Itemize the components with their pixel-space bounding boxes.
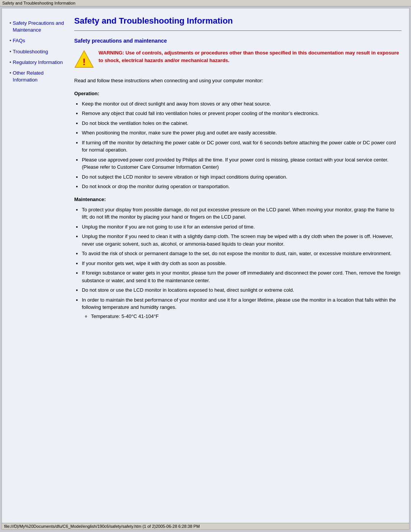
svg-text:!: !	[83, 57, 86, 67]
browser-window: • Safety Precautions and Maintenance • F…	[2, 8, 409, 530]
sidebar-label-troubleshooting: Troubleshooting	[13, 49, 48, 54]
warning-icon: !	[74, 49, 94, 70]
sidebar-item-faqs[interactable]: • FAQs	[10, 37, 67, 46]
content-area: • Safety Precautions and Maintenance • F…	[2, 8, 409, 523]
list-item: When positioning the monitor, make sure …	[82, 129, 401, 137]
list-item: If foreign substance or water gets in yo…	[82, 269, 401, 284]
list-item: Do not block the ventilation holes on th…	[82, 120, 401, 127]
temperature-sub-list: Temperature: 5-40°C 41-104°F	[91, 313, 401, 320]
list-item: If your monitor gets wet, wipe it with d…	[82, 260, 401, 267]
list-item: Please use approved power cord provided …	[82, 156, 401, 171]
sidebar-label-regulatory: Regulatory Information	[13, 59, 63, 65]
sidebar-link-other[interactable]: Other Related Information	[13, 70, 67, 83]
page-title: Safety and Troubleshooting Information	[74, 16, 401, 26]
title-divider	[74, 30, 401, 31]
maintenance-list: To protect your display from possible da…	[82, 206, 401, 320]
sidebar: • Safety Precautions and Maintenance • F…	[10, 16, 70, 515]
list-item: In order to maintain the best performanc…	[82, 296, 401, 320]
sidebar-label-safety: Safety Precautions and Maintenance	[13, 20, 64, 33]
title-bar-text: Safety and Troubleshooting Information	[2, 1, 75, 5]
list-item: Do not subject the LCD monitor to severe…	[82, 173, 401, 181]
sidebar-bullet-4: •	[10, 59, 11, 65]
operation-heading: Operation:	[74, 91, 401, 96]
list-item: Keep the monitor out of direct sunlight …	[82, 100, 401, 108]
list-item: To avoid the risk of shock or permanent …	[82, 250, 401, 257]
list-item: Do not knock or drop the monitor during …	[82, 183, 401, 190]
sidebar-bullet-5: •	[10, 70, 11, 76]
sidebar-item-safety[interactable]: • Safety Precautions and Maintenance	[10, 20, 67, 35]
sidebar-bullet-2: •	[10, 38, 11, 43]
sidebar-item-regulatory[interactable]: • Regulatory Information	[10, 59, 67, 67]
operation-list: Keep the monitor out of direct sunlight …	[82, 100, 401, 190]
sidebar-item-other[interactable]: • Other Related Information	[10, 70, 67, 85]
sidebar-link-faqs[interactable]: FAQs	[13, 37, 25, 44]
list-item: To protect your display from possible da…	[82, 206, 401, 221]
list-item: Remove any object that could fall into v…	[82, 110, 401, 117]
sidebar-bullet-1: •	[10, 20, 11, 26]
sidebar-link-regulatory[interactable]: Regulatory Information	[13, 59, 63, 66]
main-content: Safety and Troubleshooting Information S…	[70, 16, 401, 515]
section-heading: Safety precautions and maintenance	[74, 38, 401, 44]
list-item: Unplug the monitor if you are not going …	[82, 223, 401, 231]
maintenance-heading: Maintenance:	[74, 197, 401, 202]
title-bar: Safety and Troubleshooting Information	[0, 0, 411, 6]
list-item: Temperature: 5-40°C 41-104°F	[91, 313, 401, 320]
status-bar: file:///D|/My%20Documents/dfu/C6_Model/e…	[2, 523, 409, 529]
list-item: Do not store or use the LCD monitor in l…	[82, 286, 401, 294]
sidebar-label-faqs: FAQs	[13, 38, 25, 43]
sidebar-link-troubleshooting[interactable]: Troubleshooting	[13, 48, 48, 55]
status-bar-text: file:///D|/My%20Documents/dfu/C6_Model/e…	[4, 524, 200, 529]
warning-text: WARNING: Use of controls, adjustments or…	[99, 49, 401, 64]
list-item: If turning off the monitor by detaching …	[82, 139, 401, 154]
warning-box: ! WARNING: Use of controls, adjustments …	[74, 49, 401, 70]
sidebar-link-safety[interactable]: Safety Precautions and Maintenance	[13, 20, 67, 34]
sidebar-bullet-3: •	[10, 49, 11, 54]
sidebar-label-other: Other Related Information	[13, 70, 44, 83]
list-item: Unplug the monitor if you need to clean …	[82, 233, 401, 248]
sidebar-item-troubleshooting[interactable]: • Troubleshooting	[10, 48, 67, 57]
intro-text: Read and follow these instructions when …	[74, 77, 401, 85]
